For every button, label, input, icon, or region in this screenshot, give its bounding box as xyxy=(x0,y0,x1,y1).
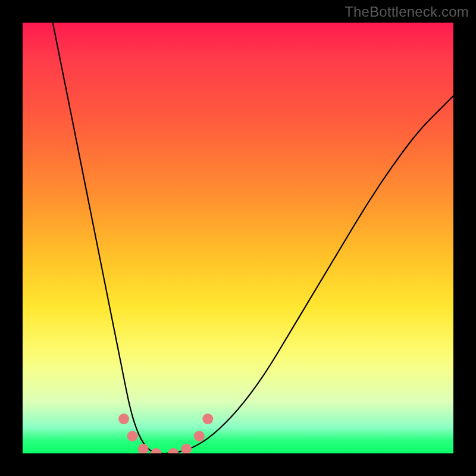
curve-marker xyxy=(202,414,213,424)
curve-marker xyxy=(181,444,192,453)
plot-area xyxy=(23,23,453,453)
curve-marker xyxy=(151,448,161,453)
curve-markers xyxy=(118,414,213,453)
bottleneck-curve-line xyxy=(53,23,453,453)
curve-marker xyxy=(168,448,178,453)
curve-marker xyxy=(118,414,129,424)
curve-svg xyxy=(23,23,453,453)
watermark-text: TheBottleneck.com xyxy=(345,4,469,20)
chart-container: TheBottleneck.com xyxy=(0,0,476,476)
curve-marker xyxy=(194,431,205,441)
curve-marker xyxy=(127,431,138,441)
curve-marker xyxy=(138,444,149,453)
